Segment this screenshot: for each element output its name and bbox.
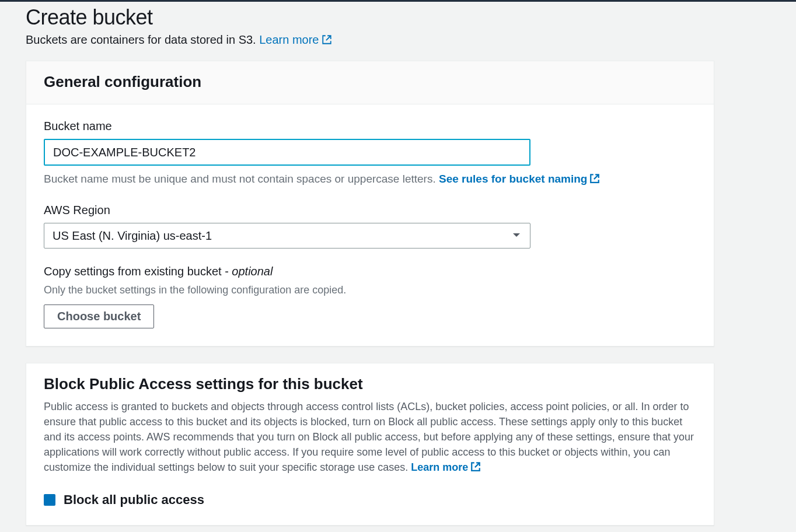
block-public-header: Block Public Access settings for this bu…: [26, 363, 714, 481]
external-link-icon: [589, 173, 600, 183]
bucket-name-label: Bucket name: [44, 120, 696, 133]
block-all-label: Block all public access: [64, 492, 204, 508]
copy-settings-field: Copy settings from existing bucket - opt…: [44, 265, 696, 328]
block-public-title: Block Public Access settings for this bu…: [44, 375, 696, 393]
bucket-name-hint-text: Bucket name must be unique and must not …: [44, 173, 439, 185]
block-all-public-row: Block all public access: [44, 492, 696, 508]
aws-region-select[interactable]: US East (N. Virginia) us-east-1: [44, 223, 530, 249]
aws-region-field: AWS Region US East (N. Virginia) us-east…: [44, 204, 696, 249]
block-public-description: Public access is granted to buckets and …: [44, 399, 696, 475]
external-link-icon: [322, 34, 332, 45]
copy-settings-optional: optional: [232, 265, 273, 278]
aws-region-select-wrap: US East (N. Virginia) us-east-1: [44, 223, 530, 249]
subtitle-text: Buckets are containers for data stored i…: [26, 33, 259, 46]
general-config-body: Bucket name Bucket name must be unique a…: [26, 104, 714, 346]
block-public-learn-more-link[interactable]: Learn more: [411, 461, 481, 473]
page-subtitle: Buckets are containers for data stored i…: [26, 33, 770, 47]
block-public-desc-text: Public access is granted to buckets and …: [44, 401, 694, 473]
learn-more-link[interactable]: Learn more: [259, 33, 331, 46]
general-config-header: General configuration: [26, 61, 714, 104]
page-title: Create bucket: [26, 5, 770, 30]
bucket-name-field: Bucket name Bucket name must be unique a…: [44, 120, 696, 187]
block-all-checkbox[interactable]: [44, 494, 55, 506]
copy-settings-label-text: Copy settings from existing bucket -: [44, 265, 232, 278]
bucket-name-hint: Bucket name must be unique and must not …: [44, 172, 696, 187]
block-public-body: Block all public access: [26, 481, 714, 525]
bucket-name-input[interactable]: [44, 139, 530, 166]
general-config-title: General configuration: [44, 73, 696, 91]
aws-region-label: AWS Region: [44, 204, 696, 217]
bucket-naming-rules-text: See rules for bucket naming: [439, 173, 587, 185]
copy-settings-label: Copy settings from existing bucket - opt…: [44, 265, 696, 278]
bucket-naming-rules-link[interactable]: See rules for bucket naming: [439, 173, 600, 185]
block-public-learn-more-text: Learn more: [411, 461, 468, 473]
page-container: Create bucket Buckets are containers for…: [0, 2, 796, 526]
learn-more-text: Learn more: [259, 33, 319, 46]
general-config-panel: General configuration Bucket name Bucket…: [26, 61, 714, 346]
copy-settings-hint: Only the bucket settings in the followin…: [44, 284, 696, 296]
page-header: Create bucket Buckets are containers for…: [26, 2, 770, 61]
choose-bucket-button[interactable]: Choose bucket: [44, 304, 154, 328]
block-public-access-panel: Block Public Access settings for this bu…: [26, 363, 714, 526]
external-link-icon: [470, 461, 481, 471]
